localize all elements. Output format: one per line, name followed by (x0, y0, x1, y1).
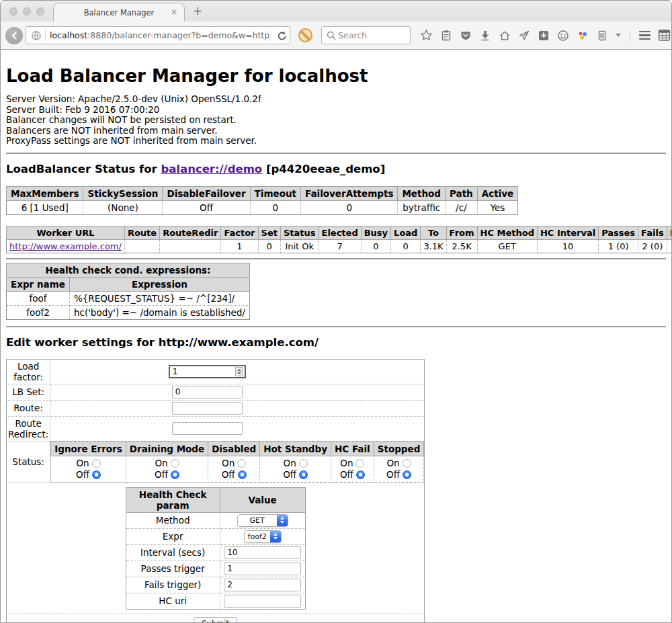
column-header: Set (258, 226, 280, 239)
cell-failoverattempts: 0 (301, 200, 398, 214)
hot-standby-off-radio[interactable] (299, 470, 308, 479)
stopped-off-radio[interactable] (403, 470, 411, 479)
window-close-button[interactable] (9, 7, 17, 15)
route-label: Route: (7, 400, 50, 416)
draining-mode-off-radio[interactable] (171, 470, 179, 479)
table-row: foof %{REQUEST_STATUS} =~ /^[234]/ (7, 291, 250, 305)
send-page-icon[interactable] (518, 30, 530, 42)
column-header: Expression (69, 277, 249, 291)
divider (6, 326, 666, 327)
submit-button[interactable]: Submit (194, 617, 237, 623)
hc-uri-label: HC uri (126, 593, 220, 609)
ignore-errors-off-radio[interactable] (92, 470, 101, 479)
chevron-down-icon[interactable] (616, 34, 621, 37)
form-row-lb-set: LB Set: (7, 384, 425, 400)
download-icon[interactable] (479, 30, 491, 42)
url-bar[interactable]: localhost:8880/balancer-manager?b=demo&w… (26, 26, 290, 44)
cell-stickysession: (None) (83, 200, 163, 214)
on-label: On (340, 458, 353, 468)
lb-set-input[interactable] (172, 386, 243, 399)
container-icon[interactable] (596, 30, 608, 42)
menu-button[interactable] (639, 31, 650, 40)
cell-expression: %{REQUEST_STATUS} =~ /^[234]/ (69, 291, 249, 305)
column-header: StickySession (83, 186, 163, 200)
status-ignore-errors-cell: On Off (51, 456, 126, 482)
status-col-hot-standby: Hot Standby (260, 442, 331, 456)
hc-fails-input[interactable] (224, 579, 301, 591)
status-header-row: Ignore Errors Draining Mode Disabled Hot… (51, 442, 424, 456)
window-minimize-button[interactable] (23, 7, 31, 15)
cell-timeout: 0 (250, 200, 300, 214)
cell-from: 2.5K (446, 239, 477, 253)
back-button[interactable] (5, 27, 23, 44)
column-header: Busy (361, 226, 390, 239)
number-spinner-icon[interactable] (235, 367, 243, 376)
hc-method-label: Method (126, 512, 220, 528)
balancer-heading-suffix: [p4420eeae_demo] (262, 163, 385, 175)
status-col-draining-mode: Draining Mode (126, 442, 208, 456)
back-arrow-icon (9, 30, 19, 41)
tab-balancer-manager[interactable]: Balancer Manager × (53, 3, 185, 22)
worker-url-link[interactable]: http://www.example.com/ (9, 241, 122, 251)
cell-path: /c/ (446, 200, 478, 214)
workers-table: Worker URL Route RouteRedir Factor Set S… (6, 226, 672, 253)
table-header-row: MaxMembers StickySession DisableFailover… (7, 186, 518, 200)
search-bar[interactable] (321, 26, 411, 44)
draining-mode-on-radio[interactable] (171, 459, 179, 468)
tab-close-icon[interactable]: × (171, 7, 177, 17)
hc-fail-off-radio[interactable] (356, 470, 365, 479)
new-tab-button[interactable]: + (193, 4, 202, 17)
window-zoom-button[interactable] (36, 7, 44, 15)
cell-expression: hc('body') =~ /domain is established/ (69, 305, 249, 319)
route-input[interactable] (172, 402, 243, 415)
column-header: Fails (638, 226, 667, 239)
column-header: HC uri (667, 226, 672, 239)
status-col-hc-fail: HC Fail (331, 442, 374, 456)
home-icon[interactable] (499, 30, 511, 42)
hc-method-select[interactable]: GET (237, 514, 288, 527)
reload-button[interactable] (276, 30, 287, 41)
disabled-off-radio[interactable] (238, 470, 247, 479)
save-to-device-icon[interactable] (538, 30, 550, 42)
column-header: FailoverAttempts (301, 186, 398, 200)
hc-expr-select[interactable]: foof2 (244, 530, 282, 543)
table-header-row: Expr name Expression (7, 277, 250, 291)
hc-fail-on-radio[interactable] (355, 459, 364, 468)
balancer-demo-link[interactable]: balancer://demo (161, 163, 262, 175)
content-blocked-icon[interactable] (298, 28, 312, 42)
column-header: From (446, 226, 477, 239)
search-input[interactable] (337, 30, 401, 41)
hc-interval-input[interactable] (224, 546, 301, 559)
pocket-icon[interactable] (460, 30, 472, 42)
hc-uri-input[interactable] (224, 595, 301, 608)
hc-row-expr: Expr foof2 (126, 528, 305, 544)
hc-passes-input[interactable] (224, 563, 301, 575)
toolbar-icons (420, 29, 671, 42)
select-stepper-icon (270, 531, 281, 542)
on-label: On (386, 458, 399, 468)
status-hot-standby-cell: On Off (260, 456, 331, 482)
ignore-errors-on-radio[interactable] (92, 459, 101, 468)
hc-header-row: Health Check param Value (126, 487, 305, 512)
form-row-load-factor: Load factor: (7, 359, 425, 384)
divider (6, 258, 666, 259)
column-header: Elected (319, 226, 361, 239)
form-row-status: Status: Ignore Errors Draining Mode Disa… (7, 441, 425, 483)
route-redirect-input[interactable] (172, 422, 243, 435)
cell-busy: 0 (361, 239, 390, 253)
form-row-route: Route: (7, 400, 425, 416)
server-info-line: Server Built: Feb 9 2016 07:00:20 (6, 105, 666, 116)
hc-row-hc-uri: HC uri (126, 593, 305, 609)
app-grid-icon[interactable] (658, 29, 671, 42)
reading-list-icon[interactable] (440, 30, 452, 42)
lb-set-label: LB Set: (7, 384, 50, 400)
bookmark-star-icon[interactable] (420, 29, 433, 42)
feedback-smiley-icon[interactable] (557, 30, 569, 42)
disabled-on-radio[interactable] (237, 459, 246, 468)
extension-dots-icon[interactable] (577, 30, 589, 42)
stopped-on-radio[interactable] (403, 459, 411, 468)
cell-hc-uri (667, 239, 672, 253)
load-factor-input[interactable] (169, 365, 246, 378)
cell-status: Init Ok (280, 239, 319, 253)
hot-standby-on-radio[interactable] (299, 459, 308, 468)
